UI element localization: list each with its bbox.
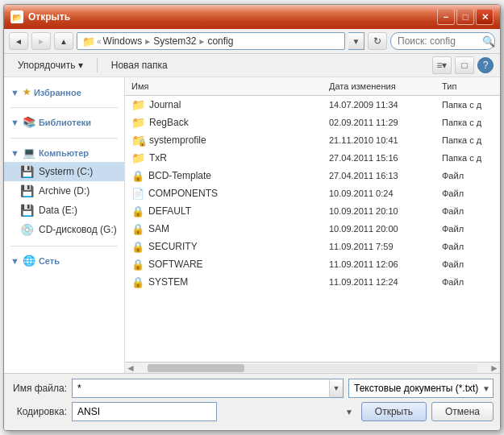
file-lock-icon: 🔒: [131, 223, 144, 235]
file-date-cell: 21.11.2010 10:41: [323, 135, 435, 146]
sidebar: ▼ ★ Избранное ▼ 📚 Библиотеки ▼ 💻: [4, 77, 125, 373]
file-name-cell: 🔒 SAM: [125, 222, 323, 236]
sidebar-section-computer: ▼ 💻 Компьютер 💾 Systerm (C:) 💾 Archive (…: [4, 143, 124, 239]
title-bar: 📂 Открыть − □ ✕: [4, 5, 500, 29]
file-date-cell: 10.09.2011 20:00: [323, 223, 435, 234]
view-details-button[interactable]: □: [455, 56, 474, 74]
forward-button[interactable]: ►: [31, 32, 51, 50]
encoding-select[interactable]: ANSIUTF-8UTF-16: [72, 402, 217, 421]
file-date-cell: 02.09.2011 11:29: [323, 117, 435, 128]
toolbar-right: ≡▾ □ ?: [432, 56, 494, 74]
file-name: SYSTEM: [148, 276, 188, 288]
sidebar-header-network[interactable]: ▼ 🌐 Сеть: [4, 251, 124, 270]
address-dropdown-arrow[interactable]: ▼: [348, 32, 364, 50]
file-name: SOFTWARE: [148, 259, 203, 270]
col-header-type[interactable]: Тип: [435, 80, 500, 93]
file-name: DEFAULT: [148, 205, 191, 217]
table-row[interactable]: 🔒 SAM 10.09.2011 20:00 Файл: [125, 220, 500, 238]
file-type-cell: Файл: [435, 241, 500, 252]
scroll-right-button[interactable]: ►: [489, 362, 500, 374]
file-type-cell: Файл: [435, 188, 500, 199]
file-list-header: Имя Дата изменения Тип: [125, 77, 500, 96]
address-path[interactable]: 📁 « Windows ► System32 ► config: [77, 32, 345, 50]
col-header-date[interactable]: Дата изменения: [323, 80, 435, 93]
file-lock-icon: 🔒: [131, 259, 144, 271]
file-list-area: Имя Дата изменения Тип 📁 Journal 14.07.2…: [125, 77, 500, 373]
file-name: SECURITY: [148, 241, 198, 252]
hdd-d-icon: 💾: [20, 184, 34, 197]
up-button[interactable]: ▲: [54, 32, 73, 50]
file-type-cell: Папка с д: [435, 152, 500, 164]
filename-input[interactable]: [72, 379, 329, 398]
table-row[interactable]: 🔒 BCD-Template 27.04.2011 16:13 Файл: [125, 167, 500, 184]
file-name: COMPONENTS: [148, 188, 218, 199]
cdrom-icon: 💿: [20, 223, 34, 236]
table-row[interactable]: 📁 TxR 27.04.2011 15:16 Папка с д: [125, 149, 500, 167]
scroll-track[interactable]: [148, 364, 477, 372]
title-bar-text: Открыть: [28, 11, 437, 23]
search-icon[interactable]: 🔍: [482, 35, 495, 48]
close-button[interactable]: ✕: [476, 9, 494, 25]
table-row[interactable]: 🔒 DEFAULT 10.09.2011 20:10 Файл: [125, 202, 500, 220]
path-segment-config[interactable]: config: [207, 35, 233, 47]
table-row[interactable]: 📁 Journal 14.07.2009 11:34 Папка с д: [125, 96, 500, 114]
new-folder-button[interactable]: Новая папка: [104, 56, 175, 74]
col-header-name[interactable]: Имя: [125, 80, 323, 93]
file-type-cell: Файл: [435, 259, 500, 270]
file-date-cell: 11.09.2011 12:06: [323, 259, 435, 270]
computer-icon: 💻: [23, 147, 35, 159]
file-lock-icon: 🔒: [131, 170, 144, 182]
file-type-cell: Файл: [435, 276, 500, 288]
scroll-left-button[interactable]: ◄: [125, 362, 136, 374]
file-name-cell: 📁 Journal: [125, 97, 323, 112]
table-row[interactable]: 🔒 SECURITY 11.09.2011 7:59 Файл: [125, 238, 500, 255]
help-button[interactable]: ?: [477, 57, 494, 73]
file-name-cell: 🔒 DEFAULT: [125, 205, 323, 218]
sidebar-item-c-drive[interactable]: 💾 Systerm (C:): [4, 162, 124, 181]
filetype-select[interactable]: Текстовые документы (*.txt): [348, 379, 494, 398]
refresh-button[interactable]: ↻: [368, 32, 387, 50]
sidebar-item-g-drive[interactable]: 💿 CD-дисковод (G:): [4, 220, 124, 239]
minimize-button[interactable]: −: [437, 9, 455, 25]
divider-1: [10, 107, 118, 108]
table-row[interactable]: 📄 COMPONENTS 10.09.2011 0:24 Файл: [125, 184, 500, 202]
chevron-icon-comp: ▼: [10, 148, 19, 158]
folder-icon: 📁: [131, 151, 145, 164]
organize-button[interactable]: Упорядочить ▾: [10, 56, 90, 74]
encoding-dropdown-arrow: ▼: [345, 408, 353, 416]
maximize-button[interactable]: □: [456, 9, 474, 25]
table-row[interactable]: 📁 RegBack 02.09.2011 11:29 Папка с д: [125, 114, 500, 131]
cancel-button[interactable]: Отмена: [431, 402, 494, 421]
file-date-cell: 10.09.2011 0:24: [323, 188, 435, 199]
file-type-cell: Папка с д: [435, 135, 500, 146]
file-name: SAM: [148, 223, 169, 234]
sidebar-section-network: ▼ 🌐 Сеть: [4, 251, 124, 270]
table-row[interactable]: 📁🔒 systemprofile 21.11.2010 10:41 Папка …: [125, 131, 500, 149]
folder-icon: 📁: [131, 116, 145, 129]
open-button[interactable]: Открыть: [361, 402, 427, 421]
sidebar-item-d-drive[interactable]: 💾 Archive (D:): [4, 181, 124, 201]
file-date-cell: 27.04.2011 16:13: [323, 170, 435, 181]
path-segment-windows[interactable]: Windows: [103, 35, 143, 47]
sidebar-header-favorites[interactable]: ▼ ★ Избранное: [4, 84, 124, 101]
file-date-cell: 27.04.2011 15:16: [323, 152, 435, 164]
chevron-icon-lib: ▼: [10, 118, 19, 127]
hdd-c-icon: 💾: [20, 165, 34, 178]
sidebar-item-e-drive[interactable]: 💾 Data (E:): [4, 201, 124, 220]
table-row[interactable]: 🔒 SYSTEM 11.09.2011 12:24 Файл: [125, 273, 500, 291]
back-button[interactable]: ◄: [9, 32, 28, 50]
view-list-button[interactable]: ≡▾: [432, 56, 452, 74]
sidebar-header-libraries[interactable]: ▼ 📚 Библиотеки: [4, 113, 124, 131]
scroll-thumb[interactable]: [148, 364, 244, 372]
file-name-cell: 📁🔒 systemprofile: [125, 133, 323, 147]
hdd-e-icon: 💾: [20, 204, 34, 217]
horizontal-scrollbar[interactable]: ◄ ►: [125, 362, 500, 373]
table-row[interactable]: 🔒 SOFTWARE 11.09.2011 12:06 Файл: [125, 255, 500, 273]
libraries-label: Библиотеки: [39, 118, 91, 127]
filename-dropdown-arrow[interactable]: ▼: [329, 379, 344, 398]
sidebar-header-computer[interactable]: ▼ 💻 Компьютер: [4, 143, 124, 162]
file-name-cell: 📄 COMPONENTS: [125, 187, 323, 201]
path-segment-system32[interactable]: System32: [153, 35, 196, 47]
search-input[interactable]: [390, 32, 495, 50]
file-list: 📁 Journal 14.07.2009 11:34 Папка с д 📁 R…: [125, 96, 500, 362]
